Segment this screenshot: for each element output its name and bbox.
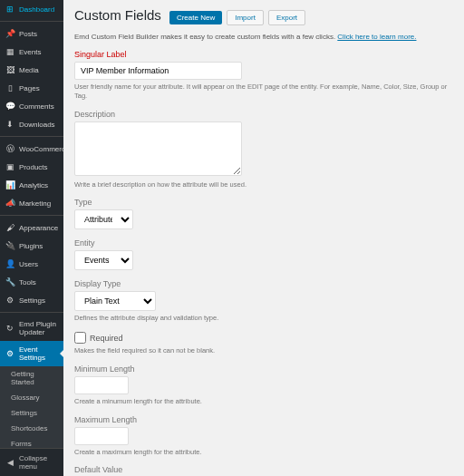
display-type-help: Defines the attribute display and valida… <box>74 314 453 323</box>
min-length-input[interactable] <box>74 376 129 394</box>
sub-getting-started[interactable]: Getting Started <box>0 366 63 390</box>
dashboard-icon: ⊞ <box>5 5 14 14</box>
user-icon: 👤 <box>5 259 14 268</box>
menu-settings[interactable]: ⚙Settings <box>0 291 63 309</box>
singular-label-input[interactable] <box>74 62 242 80</box>
menu-dashboard[interactable]: ⊞Dashboard <box>0 0 63 18</box>
menu-appearance[interactable]: 🖌Appearance <box>0 219 63 237</box>
woo-icon: Ⓦ <box>5 144 14 153</box>
collapse-icon: ◀ <box>5 458 14 467</box>
description-input[interactable] <box>74 121 242 176</box>
plugin-icon: 🔌 <box>5 241 14 250</box>
menu-tools[interactable]: 🔧Tools <box>0 273 63 291</box>
download-icon: ⬇ <box>5 120 14 129</box>
max-length-label: Maximum Length <box>74 415 453 424</box>
description-label: Description <box>74 110 453 119</box>
marketing-icon: 📣 <box>5 199 14 208</box>
admin-sidebar: ⊞Dashboard 📌Posts ▦Events 🖾Media ▯Pages … <box>0 0 63 476</box>
required-help: Makes the field required so it can not b… <box>74 346 453 355</box>
import-button[interactable]: Import <box>227 10 264 25</box>
max-length-input[interactable] <box>74 427 129 445</box>
required-checkbox-wrap[interactable]: Required <box>74 332 453 344</box>
display-type-label: Display Type <box>74 279 453 288</box>
menu-media[interactable]: 🖾Media <box>0 61 63 79</box>
product-icon: ▣ <box>5 162 14 171</box>
max-length-help: Create a maximum length for the attribut… <box>74 448 453 457</box>
menu-analytics[interactable]: 📊Analytics <box>0 176 63 194</box>
page-title: Custom Fields <box>74 7 161 23</box>
singular-label-help: User friendly name for your attribute. I… <box>74 83 453 101</box>
menu-pages[interactable]: ▯Pages <box>0 79 63 97</box>
sub-shortcodes[interactable]: Shortcodes <box>0 421 63 436</box>
create-new-button[interactable]: Create New <box>169 11 222 24</box>
brush-icon: 🖌 <box>5 223 14 232</box>
menu-products[interactable]: ▣Products <box>0 158 63 176</box>
singular-label-label: Singular Label <box>74 50 453 59</box>
tool-icon: 🔧 <box>5 277 14 287</box>
media-icon: 🖾 <box>5 65 14 74</box>
menu-posts[interactable]: 📌Posts <box>0 24 63 43</box>
entity-select[interactable]: Events <box>74 250 133 270</box>
entity-label: Entity <box>74 238 453 248</box>
menu-users[interactable]: 👤Users <box>0 255 63 273</box>
sub-settings[interactable]: Settings <box>0 405 63 421</box>
main-content: Custom Fields Create New Import Export E… <box>63 0 464 476</box>
admin-menu: ⊞Dashboard 📌Posts ▦Events 🖾Media ▯Pages … <box>0 0 63 448</box>
sub-forms[interactable]: Forms <box>0 436 63 448</box>
collapse-menu[interactable]: ◀Collapse menu <box>0 448 63 476</box>
comment-icon: 💬 <box>5 102 14 111</box>
menu-event-settings[interactable]: ⚙Event Settings <box>0 341 63 366</box>
intro-text: Emd Custom Field Builder makes it easy t… <box>74 33 453 41</box>
menu-plugins[interactable]: 🔌Plugins <box>0 237 63 255</box>
export-button[interactable]: Export <box>268 10 305 25</box>
description-help: Write a brief description on how the att… <box>74 180 453 189</box>
menu-events[interactable]: ▦Events <box>0 43 63 61</box>
type-select[interactable]: Attribute <box>74 209 133 229</box>
page-icon: ▯ <box>5 83 14 92</box>
type-label: Type <box>74 198 453 207</box>
menu-marketing[interactable]: 📣Marketing <box>0 194 63 212</box>
min-length-label: Minimum Length <box>74 364 453 374</box>
learn-more-link[interactable]: Click here to learn more. <box>337 33 416 41</box>
menu-woocommerce[interactable]: ⓌWooCommerce <box>0 140 63 158</box>
pin-icon: 📌 <box>5 29 14 38</box>
gear-icon: ⚙ <box>5 296 14 305</box>
menu-downloads[interactable]: ⬇Downloads <box>0 115 63 133</box>
sub-glossary[interactable]: Glossary <box>0 390 63 405</box>
menu-updater[interactable]: ↻Emd Plugin Updater <box>0 316 63 341</box>
required-checkbox[interactable] <box>74 332 86 344</box>
default-value-label: Default Value <box>74 465 453 474</box>
gear-icon: ⚙ <box>5 349 14 358</box>
display-type-select[interactable]: Plain Text <box>74 291 156 311</box>
submenu: Getting Started Glossary Settings Shortc… <box>0 366 63 448</box>
menu-comments[interactable]: 💬Comments <box>0 97 63 115</box>
calendar-icon: ▦ <box>5 47 14 56</box>
min-length-help: Create a minumum length for the attribut… <box>74 397 453 406</box>
analytics-icon: 📊 <box>5 180 14 189</box>
refresh-icon: ↻ <box>5 324 14 333</box>
